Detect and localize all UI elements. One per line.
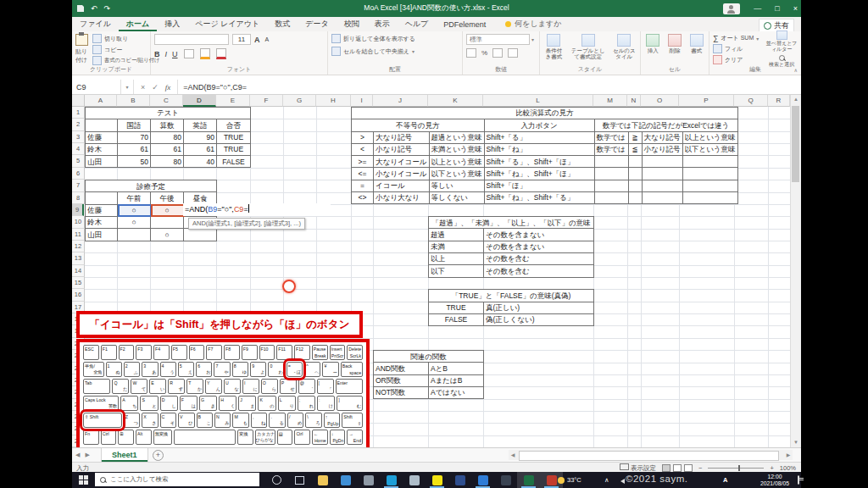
cell-comparison[interactable]: 比較演算式の見方 <box>352 108 738 119</box>
cell-comparison[interactable]: 以下という意味 <box>429 168 484 180</box>
horizontal-scrollbar[interactable]: ◀ ▶ <box>509 450 793 460</box>
pinned-app-icon[interactable] <box>448 472 471 488</box>
column-header-M[interactable]: M <box>593 95 627 107</box>
cell-test[interactable]: 61 <box>118 143 151 155</box>
store-icon[interactable] <box>357 472 380 488</box>
cell-comparison[interactable] <box>682 192 737 204</box>
cell-comparison[interactable] <box>628 156 642 168</box>
cell-test[interactable]: FALSE <box>217 156 251 168</box>
column-header-D[interactable]: D <box>183 95 216 107</box>
cell-clinic[interactable] <box>86 192 118 204</box>
cell-comparison[interactable] <box>594 192 628 204</box>
cell-comparison[interactable]: 数学では <box>594 143 628 155</box>
vertical-scrollbar[interactable]: ▲ ▼ <box>790 95 801 447</box>
zoom-in-button[interactable]: + <box>770 464 773 472</box>
cell-comparison[interactable] <box>682 156 737 168</box>
cell-test[interactable]: 算数 <box>151 119 184 131</box>
cell-comparison[interactable]: Shift+「ね」、Shift+「ほ」 <box>484 168 594 180</box>
clock[interactable]: 12:002021/08/05 <box>755 474 794 488</box>
cell-comparison[interactable] <box>682 180 737 191</box>
cell-test[interactable]: 国語 <box>118 119 151 131</box>
notification-center-button[interactable] <box>798 476 799 488</box>
cell-truefalse[interactable]: 「TRUE」と「FALSE」の意味(真偽) <box>429 290 594 302</box>
cell-comparison[interactable]: Shift+「ほ」 <box>484 180 594 191</box>
cell-comparison[interactable]: 大なりイコール <box>374 156 430 168</box>
row-header-16[interactable]: 16 <box>72 289 85 301</box>
row-header-4[interactable]: 4 <box>72 143 85 155</box>
horizontal-scroll-thumb[interactable] <box>519 451 779 461</box>
cell-meaning[interactable]: 以上 <box>429 253 484 265</box>
row-header-10[interactable]: 10 <box>72 216 85 228</box>
speaker-icon[interactable] <box>620 478 625 488</box>
cell-comparison[interactable] <box>594 168 628 180</box>
column-header-C[interactable]: C <box>150 95 183 107</box>
zoom-slider-thumb[interactable] <box>738 465 740 471</box>
cell-clinic[interactable] <box>151 217 184 229</box>
column-header-N[interactable]: N <box>627 95 641 107</box>
cell-comparison[interactable]: 小なり記号 <box>374 143 430 155</box>
column-header-P[interactable]: P <box>679 95 734 107</box>
cell-comparison[interactable]: <> <box>352 192 374 204</box>
row-header-13[interactable]: 13 <box>72 252 85 264</box>
cell-meaning[interactable]: その数を含む <box>484 253 594 265</box>
cell-comparison[interactable] <box>628 180 642 191</box>
cell-test[interactable]: テスト <box>86 108 251 119</box>
cell-clinic[interactable]: 午後 <box>151 192 184 204</box>
cell-comparison[interactable]: ≧ <box>628 131 642 143</box>
cell-test[interactable]: TRUE <box>217 131 251 143</box>
cell-test[interactable]: 40 <box>184 156 217 168</box>
cell-test[interactable]: TRUE <box>217 143 251 155</box>
page-break-view-button[interactable] <box>684 464 693 472</box>
cell-related[interactable]: AND関数 <box>374 363 429 374</box>
cell-truefalse[interactable]: 真(正しい) <box>484 302 594 313</box>
file-explorer-icon[interactable] <box>311 472 334 488</box>
zoom-slider[interactable] <box>708 468 764 469</box>
cell-test[interactable]: 80 <box>151 131 184 143</box>
cell-comparison[interactable]: Shift+「ね」、Shift+「る」 <box>484 192 594 204</box>
scroll-up-arrow[interactable]: ▲ <box>791 95 801 104</box>
cell-related[interactable]: Aではない <box>429 387 484 399</box>
row-header-1[interactable]: 1 <box>72 107 85 119</box>
cell-comparison[interactable]: 不等号の見方 <box>352 119 485 131</box>
cell-comparison[interactable]: ≦ <box>628 143 642 155</box>
scroll-left-arrow[interactable]: ◀ <box>509 450 517 460</box>
next-sheet-button[interactable]: ▶ <box>85 452 89 458</box>
cell-clinic[interactable] <box>118 229 151 241</box>
cell-comparison[interactable] <box>594 156 628 168</box>
column-header-I[interactable]: I <box>351 95 373 107</box>
yellow-app-icon[interactable] <box>426 472 448 488</box>
cell-clinic[interactable]: 佐藤 <box>86 204 118 216</box>
column-header-H[interactable]: H <box>316 95 351 107</box>
edge-icon[interactable] <box>380 472 403 488</box>
cell-meaning[interactable]: 「超過」、「未満」、「以上」、「以下」の意味 <box>429 217 594 229</box>
cell-truefalse[interactable]: FALSE <box>429 313 484 325</box>
cell-comparison[interactable]: イコール <box>374 180 430 191</box>
cell-test[interactable]: 80 <box>151 156 184 168</box>
excel-icon[interactable] <box>517 472 540 488</box>
cell-comparison[interactable]: 小なり記号 <box>642 143 682 155</box>
cell-test[interactable]: 50 <box>118 156 151 168</box>
add-sheet-button[interactable]: + <box>153 450 164 461</box>
zoom-level[interactable]: 100% <box>780 464 796 472</box>
cell-test[interactable]: 61 <box>184 143 217 155</box>
cortana-icon[interactable] <box>265 472 288 488</box>
cell-comparison[interactable]: 以上という意味 <box>682 131 737 143</box>
normal-view-button[interactable] <box>662 464 670 472</box>
cell-test[interactable]: 合否 <box>217 119 251 131</box>
column-header-K[interactable]: K <box>428 95 483 107</box>
task-view-icon[interactable] <box>288 472 311 488</box>
cell-comparison[interactable]: 小なり大なり <box>374 192 430 204</box>
cell-comparison[interactable] <box>594 180 628 191</box>
cell-related[interactable]: OR関数 <box>374 374 429 386</box>
cell-comparison[interactable]: 以下という意味 <box>682 143 737 155</box>
cell-test[interactable]: 山田 <box>86 156 118 168</box>
cell-comparison[interactable]: 超過という意味 <box>429 131 484 143</box>
editing-cell-d9[interactable]: =AND(B9="○",C9= <box>183 203 331 216</box>
cell-comparison[interactable] <box>628 168 642 180</box>
row-header-2[interactable]: 2 <box>72 119 85 130</box>
cell-clinic[interactable]: 山田 <box>86 229 118 241</box>
cell-comparison[interactable]: 等しい <box>429 180 484 191</box>
cell-truefalse[interactable]: TRUE <box>429 302 484 313</box>
scroll-down-arrow[interactable]: ▼ <box>791 438 801 447</box>
photos-icon[interactable] <box>334 472 357 488</box>
